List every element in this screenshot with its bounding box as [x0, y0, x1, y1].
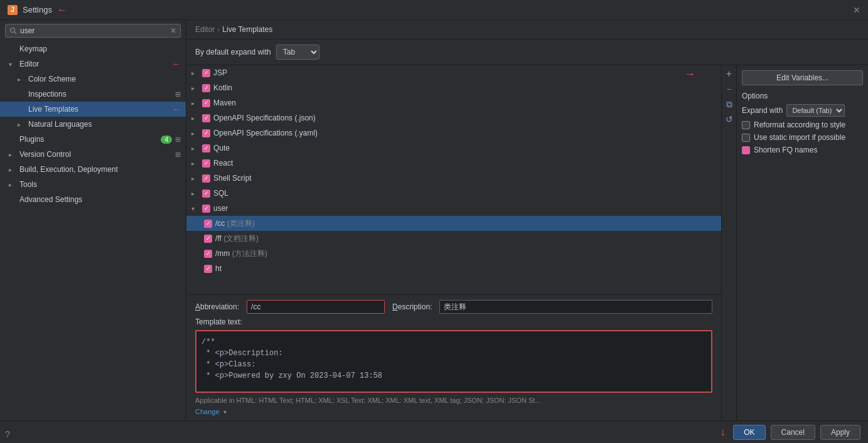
sidebar-item-editor[interactable]: ▾ Editor ← — [0, 56, 186, 72]
checkbox-react[interactable]: ✓ — [202, 159, 210, 168]
inspections-icon: ⊞ — [175, 90, 181, 99]
checkbox-user[interactable]: ✓ — [202, 205, 210, 213]
checkbox-qute[interactable]: ✓ — [202, 144, 210, 152]
editor-arrow-indicator: ← — [172, 59, 181, 69]
sidebar-item-live-templates[interactable]: Live Templates ← — [0, 102, 186, 117]
arrow-title: ← — [57, 4, 67, 16]
change-arrow: ▾ — [223, 408, 227, 415]
checkbox-openapi-json[interactable]: ✓ — [202, 114, 210, 122]
group-maven[interactable]: ▸ ✓ Maven — [186, 95, 721, 110]
expand-label: By default expand with — [195, 48, 271, 56]
version-control-label: Version Control — [19, 150, 172, 159]
description-input[interactable]: 类注释 — [439, 300, 712, 314]
sidebar-item-keymap[interactable]: Keymap — [0, 41, 186, 56]
cancel-button[interactable]: Cancel — [771, 425, 815, 440]
sidebar: user ✕ Keymap ▾ Editor ← ▸ Color Scheme … — [0, 20, 186, 420]
top-toolbar: By default expand with Tab Enter Space — [186, 40, 868, 65]
plugins-icon: ⊞ — [175, 136, 181, 144]
group-openapi-yaml[interactable]: ▸ ✓ OpenAPI Specifications (.yaml) — [186, 125, 721, 141]
abbrev-row: Abbreviation: /cc Description: 类注释 — [195, 300, 712, 314]
svg-point-0 — [11, 28, 15, 33]
options-title: Options — [742, 92, 863, 100]
breadcrumb-separator: › — [217, 25, 220, 34]
sidebar-item-build[interactable]: ▸ Build, Execution, Deployment — [0, 162, 186, 177]
checkbox-ht[interactable]: ✓ — [204, 265, 212, 273]
breadcrumb: Editor › Live Templates — [186, 20, 868, 40]
search-input[interactable]: user — [20, 26, 167, 35]
checkbox-kotlin[interactable]: ✓ — [202, 84, 210, 92]
sidebar-item-natural-languages[interactable]: ▸ Natural Languages — [0, 117, 186, 132]
checkbox-openapi-yaml[interactable]: ✓ — [202, 129, 210, 137]
group-shell[interactable]: ▸ ✓ Shell Script — [186, 171, 721, 186]
expand-select[interactable]: Tab Enter Space — [276, 45, 319, 60]
template-ht[interactable]: ✓ ht — [186, 261, 721, 276]
checkbox-shell[interactable]: ✓ — [202, 174, 210, 183]
bottom-bar: ↓ OK Cancel Apply — [0, 420, 868, 443]
cs-arrow: ▸ — [18, 76, 25, 83]
group-openapi-json[interactable]: ▸ ✓ OpenAPI Specifications (.json) — [186, 110, 721, 125]
desc-label: Description: — [392, 302, 432, 311]
change-link[interactable]: Change — [195, 408, 220, 415]
group-react[interactable]: ▸ ✓ React — [186, 156, 721, 171]
search-box[interactable]: user ✕ — [5, 24, 181, 38]
shorten-fq-row: Shorten FQ names — [742, 146, 863, 154]
vc-arrow: ▸ — [9, 151, 16, 158]
lt-arrow-indicator: ← — [172, 104, 181, 114]
title-bar: J Settings ← ✕ — [0, 0, 868, 20]
template-mm[interactable]: ✓ /mm (方法注释) — [186, 246, 721, 261]
right-toolbar: → + − ⧉ ↺ — [721, 65, 736, 420]
template-list[interactable]: ▸ ✓ JSP ▸ ✓ Kotlin ▸ ✓ Maven — [186, 65, 721, 295]
static-import-checkbox[interactable] — [742, 134, 750, 142]
close-button[interactable]: ✕ — [853, 5, 860, 15]
plugins-label: Plugins — [19, 135, 158, 144]
template-text-area[interactable]: /** * <p>Description: * <p>Class: * <p>P… — [195, 330, 712, 393]
live-templates-label: Live Templates — [28, 105, 169, 114]
sidebar-item-tools[interactable]: ▸ Tools — [0, 177, 186, 192]
checkbox-cc[interactable]: ✓ — [204, 220, 212, 228]
checkbox-maven[interactable]: ✓ — [202, 99, 210, 107]
template-ff[interactable]: ✓ /ff (文档注释) — [186, 231, 721, 246]
search-icon — [9, 27, 17, 35]
editor-arrow: ▾ — [9, 61, 16, 68]
remove-template-button[interactable]: − — [723, 83, 736, 95]
group-kotlin[interactable]: ▸ ✓ Kotlin — [186, 80, 721, 95]
group-qute[interactable]: ▸ ✓ Qute — [186, 141, 721, 156]
apply-button[interactable]: Apply — [820, 425, 860, 440]
sidebar-item-color-scheme[interactable]: ▸ Color Scheme — [0, 72, 186, 87]
sidebar-item-advanced[interactable]: Advanced Settings — [0, 192, 186, 207]
checkbox-jsp[interactable]: ✓ — [202, 69, 210, 77]
bottom-left-icon[interactable]: ? — [5, 429, 10, 439]
checkbox-sql[interactable]: ✓ — [202, 189, 210, 198]
group-sql[interactable]: ▸ ✓ SQL — [186, 186, 721, 201]
color-scheme-label: Color Scheme — [28, 75, 181, 83]
applicable-row: Applicable in HTML: HTML Text; HTML; XML… — [195, 397, 712, 404]
app-icon: J — [8, 5, 18, 15]
sidebar-item-version-control[interactable]: ▸ Version Control ⊞ — [0, 147, 186, 162]
reformat-label: Reformat according to style — [754, 120, 845, 129]
edit-variables-button[interactable]: Edit Variables... — [742, 70, 863, 85]
checkbox-ff[interactable]: ✓ — [204, 235, 212, 243]
options-panel: Edit Variables... Options Expand with De… — [736, 65, 868, 420]
build-arrow: ▸ — [9, 166, 16, 173]
svg-line-1 — [14, 32, 17, 35]
title-bar-left: J Settings ← — [8, 4, 67, 16]
expand-with-select[interactable]: Default (Tab) Tab Enter Space — [786, 104, 845, 117]
static-import-label: Use static import if possible — [754, 133, 845, 142]
group-jsp[interactable]: ▸ ✓ JSP — [186, 65, 721, 80]
sidebar-item-inspections[interactable]: Inspections ⊞ — [0, 87, 186, 102]
reset-template-button[interactable]: ↺ — [723, 113, 736, 125]
group-user[interactable]: ▾ ✓ user — [186, 201, 721, 216]
expand-with-label: Expand with — [742, 106, 783, 115]
abbrev-label: Abbreviation: — [195, 302, 239, 311]
template-cc[interactable]: ✓ /cc (类注释) — [186, 216, 721, 231]
search-clear-icon[interactable]: ✕ — [170, 26, 176, 35]
copy-template-button[interactable]: ⧉ — [723, 98, 736, 110]
reformat-checkbox[interactable] — [742, 121, 750, 129]
sidebar-item-plugins[interactable]: Plugins 4 ⊞ — [0, 132, 186, 147]
checkbox-mm[interactable]: ✓ — [204, 250, 212, 258]
add-template-button[interactable]: + — [723, 68, 736, 80]
breadcrumb-current: Live Templates — [222, 25, 272, 34]
abbreviation-input[interactable]: /cc — [247, 300, 385, 314]
ok-button[interactable]: OK — [733, 425, 765, 440]
shorten-fq-checkbox[interactable] — [742, 146, 750, 154]
